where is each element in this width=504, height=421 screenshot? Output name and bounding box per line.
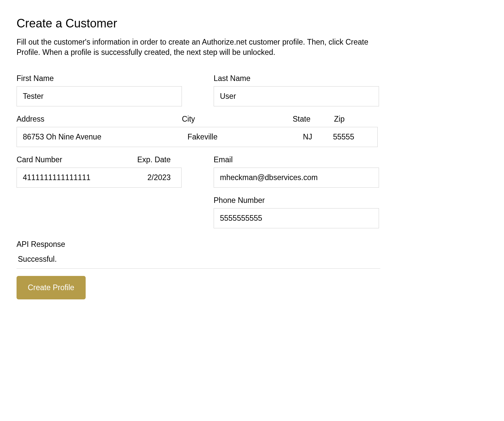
- address-input[interactable]: [17, 127, 182, 147]
- button-row: Create Profile: [17, 276, 380, 299]
- first-name-input[interactable]: [17, 86, 182, 106]
- first-name-label: First Name: [17, 74, 182, 83]
- api-response-value: Successful.: [17, 255, 380, 269]
- create-customer-form: Create a Customer Fill out the customer'…: [17, 17, 380, 299]
- row-address: Address City State Zip: [17, 115, 380, 147]
- row-phone: Phone Number: [17, 196, 380, 228]
- api-response-label: API Response: [17, 240, 380, 249]
- row-name: First Name Last Name: [17, 74, 380, 106]
- last-name-label: Last Name: [214, 74, 379, 83]
- row-card-email: Card Number Exp. Date Email: [17, 155, 380, 188]
- card-number-label: Card Number: [17, 155, 137, 164]
- phone-label: Phone Number: [214, 196, 379, 205]
- phone-input[interactable]: [214, 208, 379, 228]
- email-input[interactable]: [214, 168, 379, 188]
- city-input[interactable]: [182, 127, 292, 147]
- exp-date-label: Exp. Date: [137, 155, 182, 164]
- card-number-input[interactable]: [17, 168, 137, 188]
- page-description: Fill out the customer's information in o…: [17, 37, 380, 57]
- state-label: State: [293, 115, 324, 124]
- exp-date-input[interactable]: [137, 168, 182, 188]
- zip-label: Zip: [324, 115, 379, 124]
- address-label: Address: [17, 115, 182, 124]
- city-label: City: [182, 115, 293, 124]
- create-profile-button[interactable]: Create Profile: [17, 276, 86, 299]
- email-label: Email: [214, 155, 379, 164]
- last-name-input[interactable]: [214, 86, 379, 106]
- zip-input[interactable]: [323, 127, 378, 147]
- page-title: Create a Customer: [17, 17, 380, 30]
- api-response-section: API Response Successful.: [17, 240, 380, 269]
- state-input[interactable]: [292, 127, 323, 147]
